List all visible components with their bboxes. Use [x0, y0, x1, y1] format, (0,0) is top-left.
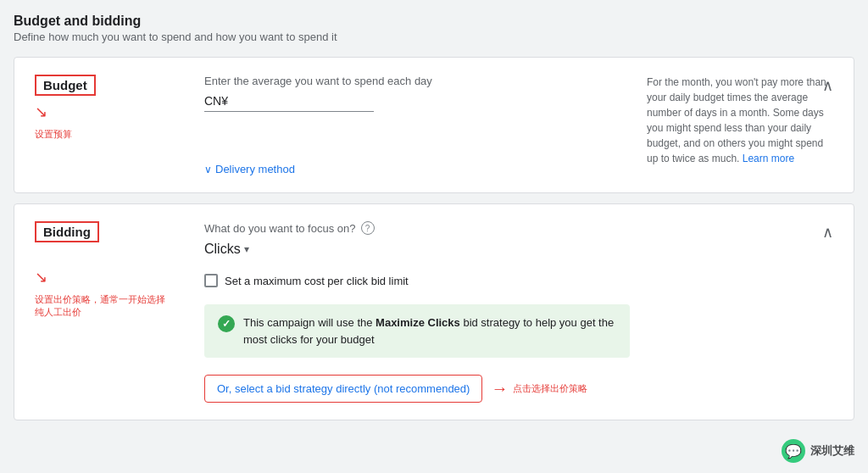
- bidding-card-left: Bidding ↘ 设置出价策略，通常一开始选择 纯人工出价: [35, 221, 204, 403]
- budget-input[interactable]: [231, 94, 367, 108]
- bidding-annotation-line2: 纯人工出价: [35, 307, 81, 317]
- budget-annotation-block: ↘ 设置预算: [35, 103, 187, 141]
- max-cpc-checkbox[interactable]: [204, 274, 218, 287]
- bidding-annotation-line1: 设置出价策略，通常一开始选择: [35, 294, 165, 304]
- currency-label: CN¥: [204, 94, 228, 108]
- budget-side-text: For the month, you won't pay more than y…: [647, 76, 826, 164]
- bidding-card-side: ∧: [647, 221, 833, 403]
- watermark-icon: 💬: [782, 439, 805, 463]
- bid-arrow-icon: →: [491, 379, 508, 398]
- page-title: Budget and bidding: [14, 14, 854, 29]
- budget-annotation-text: 设置预算: [35, 128, 187, 141]
- max-cpc-label: Set a maximum cost per click bid limit: [225, 275, 409, 287]
- clicks-label: Clicks: [204, 242, 241, 257]
- budget-input-wrapper: CN¥: [204, 94, 374, 112]
- budget-card: Budget ↘ 设置预算 Enter the average you want…: [14, 57, 854, 193]
- watermark: 💬 深圳艾维: [782, 439, 854, 463]
- budget-collapse-icon[interactable]: ∧: [822, 75, 833, 97]
- bidding-card: Bidding ↘ 设置出价策略，通常一开始选择 纯人工出价 What do y…: [14, 203, 854, 420]
- info-text-bold: Maximize Clicks: [376, 316, 460, 329]
- budget-label: Budget: [35, 75, 96, 96]
- budget-arrow: ↘: [35, 103, 187, 121]
- page-subtitle: Define how much you want to spend and ho…: [14, 31, 854, 43]
- bidding-annotation-block: ↘ 设置出价策略，通常一开始选择 纯人工出价: [35, 268, 187, 320]
- clicks-dropdown-arrow-icon: ▾: [244, 243, 249, 255]
- check-circle-icon: ✓: [218, 315, 235, 332]
- budget-card-main: Enter the average you want to spend each…: [204, 75, 647, 175]
- bidding-card-main: What do you want to focus on? ? Clicks ▾…: [204, 221, 647, 403]
- bidding-annotation-text: 设置出价策略，通常一开始选择 纯人工出价: [35, 293, 187, 320]
- page-header: Budget and bidding Define how much you w…: [14, 14, 854, 43]
- delivery-chevron-icon: ∨: [204, 164, 212, 175]
- focus-label: What do you want to focus on? ?: [204, 221, 630, 235]
- watermark-emoji: 💬: [785, 443, 802, 459]
- delivery-method-label: Delivery method: [215, 163, 295, 175]
- max-cpc-row: Set a maximum cost per click bid limit: [204, 274, 630, 287]
- budget-card-left: Budget ↘ 设置预算: [35, 75, 204, 175]
- check-mark: ✓: [222, 318, 231, 330]
- learn-more-link[interactable]: Learn more: [743, 153, 794, 164]
- budget-arrow-symbol: ↘: [35, 103, 47, 121]
- focus-label-text: What do you want to focus on?: [204, 222, 356, 235]
- info-text-prefix: This campaign will use the: [243, 316, 376, 329]
- maximize-clicks-info-box: ✓ This campaign will use the Maximize Cl…: [204, 304, 630, 358]
- bid-strategy-row: Or, select a bid strategy directly (not …: [204, 375, 630, 403]
- budget-card-side: ∧ For the month, you won't pay more than…: [647, 75, 833, 175]
- delivery-method-toggle[interactable]: ∨ Delivery method: [204, 163, 630, 175]
- info-text: This campaign will use the Maximize Clic…: [243, 314, 616, 348]
- bid-strategy-button[interactable]: Or, select a bid strategy directly (not …: [204, 375, 482, 403]
- help-icon[interactable]: ?: [361, 221, 375, 235]
- bid-arrow-annotation: → 点击选择出价策略: [491, 379, 587, 398]
- budget-input-label: Enter the average you want to spend each…: [204, 75, 630, 87]
- bidding-arrow-row: ↘: [35, 268, 187, 287]
- watermark-text: 深圳艾维: [810, 443, 854, 459]
- bidding-collapse-icon[interactable]: ∧: [822, 221, 833, 244]
- clicks-dropdown[interactable]: Clicks ▾: [204, 242, 630, 257]
- bidding-label: Bidding: [35, 221, 99, 242]
- bid-annotation-text: 点击选择出价策略: [513, 382, 587, 395]
- bidding-arrow-symbol: ↘: [35, 268, 47, 287]
